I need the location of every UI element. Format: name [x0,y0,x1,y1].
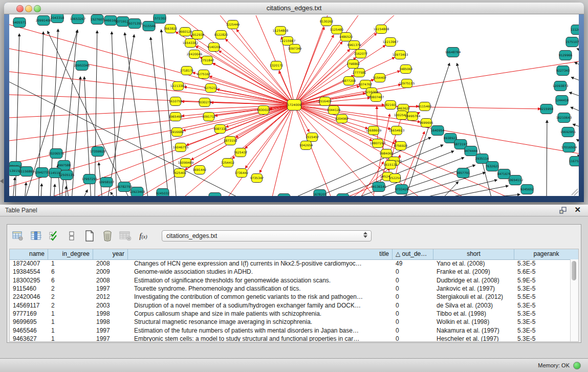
graph-node[interactable]: 10653267 [70,14,86,24]
graph-node[interactable]: 5405571 [13,18,27,28]
graph-node[interactable]: 1916682 [170,128,184,137]
graph-node[interactable]: 9140201 [207,43,221,52]
graph-node[interactable]: 14136141 [371,182,387,192]
table-row[interactable]: 946554611997Estimation of the future num… [10,326,571,334]
graph-edge-black[interactable] [82,190,88,196]
graph-node[interactable]: 2751847 [201,56,214,65]
graph-node[interactable]: 1074767 [359,80,373,89]
graph-edge-red[interactable] [294,49,350,105]
graph-edge-black[interactable] [13,178,15,196]
graph-node[interactable]: 3162077 [354,50,368,58]
graph-edge-red[interactable] [9,105,294,141]
graph-node[interactable]: 1678205 [313,190,327,196]
graph-edge-red[interactable] [213,63,294,105]
graph-node[interactable]: 20991406 [36,16,52,26]
graph-edge-black[interactable] [569,93,579,97]
graph-node[interactable]: 9245032 [156,189,170,196]
graph-node[interactable]: 9245652 [520,185,534,194]
graph-node[interactable]: 1515063 [277,194,291,196]
graph-node[interactable]: 16648784 [445,48,461,57]
graph-edge-black[interactable] [573,124,579,128]
table-row[interactable]: 977716911998Corpus callosum shape and si… [10,310,571,318]
graph-node[interactable]: 1292853 [336,194,350,196]
graph-node[interactable]: 1724009 [288,100,301,111]
graph-edge-black[interactable] [125,33,148,196]
graph-node[interactable]: 7625437 [234,148,248,157]
graph-node[interactable]: 17957255 [82,174,98,184]
graph-node[interactable]: 252254 [389,174,401,183]
table-row[interactable]: 2242004622012Investigating the contribut… [10,293,571,301]
graph-node[interactable]: 7632621 [486,162,499,171]
graph-node[interactable]: 1486520 [339,33,353,41]
table-scrollbar[interactable] [570,259,578,341]
graph-node[interactable]: 12942737 [34,168,50,178]
graph-edge-black[interactable] [575,62,579,67]
create-table-button[interactable] [83,229,96,243]
graph-edge-black[interactable] [107,35,134,196]
graph-edge-black[interactable] [440,182,458,196]
graph-node[interactable]: 10973493 [393,51,408,59]
graph-node[interactable]: 9115460 [418,102,432,111]
graph-node[interactable]: 9474444 [464,146,478,156]
graph-edge-black[interactable] [430,186,508,196]
graph-node[interactable]: 1167534 [569,157,579,166]
graph-node[interactable]: 11254808 [273,27,289,35]
window-titlebar[interactable]: citations_edges.txt [4,3,584,14]
graph-node[interactable]: 1515457 [306,133,319,142]
graph-node[interactable]: 12213967 [383,38,399,47]
graph-node[interactable]: 9154407 [373,74,387,82]
graph-node[interactable]: 6877208 [342,77,356,85]
graph-node[interactable]: 82160 [385,101,396,110]
graph-node[interactable]: 1516407 [318,97,332,106]
table-row[interactable]: 911546021997Tourette syndrome. Phenomeno… [10,285,571,293]
table-settings-button[interactable] [11,229,25,243]
graph-node[interactable]: 6961379 [347,41,361,50]
graph-node[interactable]: 9733426 [395,185,409,194]
graph-node[interactable]: 9660124 [179,28,192,36]
graph-node[interactable]: 9215958 [540,104,554,114]
graph-edge-red[interactable] [271,105,294,196]
graph-node[interactable]: 1225449 [226,20,240,29]
graph-node[interactable]: 2718176 [180,67,194,75]
graph-node[interactable]: 3091712 [202,113,216,121]
graph-edge-black[interactable] [547,120,547,196]
graph-node[interactable]: 12215987 [280,37,296,46]
graph-node[interactable]: 7625402 [173,169,187,178]
graph-node[interactable]: 10958107 [99,178,115,187]
graph-edge-red[interactable] [87,105,294,196]
graph-node[interactable]: 9275212 [204,84,218,93]
graph-node[interactable]: 12923468 [129,187,145,196]
table-scrollbar-thumb[interactable] [572,261,576,280]
graph-node[interactable]: 1610755 [169,97,183,106]
graph-node[interactable]: 1097349 [288,45,302,53]
graph-edge-black[interactable] [54,184,55,196]
float-panel-icon[interactable] [559,207,568,214]
column-header-short[interactable]: short [433,249,514,259]
graph-node[interactable]: 15692951 [560,127,576,137]
import-table-button[interactable] [119,229,132,243]
graph-node[interactable]: 16210643 [556,113,572,123]
graph-node[interactable]: 12093873 [553,81,569,91]
graph-node[interactable]: 7663822 [164,25,178,33]
function-builder-button[interactable]: f(x) [137,229,150,243]
graph-node[interactable]: 3912934 [191,31,205,39]
graph-edge-black[interactable] [571,107,579,113]
graph-node[interactable]: 2043318 [51,14,64,23]
graph-edge-red[interactable] [294,105,333,196]
column-header-in-degree[interactable]: in_degree [48,249,93,259]
graph-node[interactable]: 17359928 [90,147,106,157]
table-row[interactable]: 1456911722003Disruption of a novel membe… [10,301,571,309]
graph-node[interactable]: 8122820 [214,31,228,39]
graph-node[interactable]: 9756928 [394,142,408,150]
rows-button[interactable] [65,229,78,243]
graph-node[interactable]: 9857791 [456,168,470,178]
table-row[interactable]: 946362711997Embryonic stem cells: a mode… [10,335,571,341]
graph-node[interactable]: 1640954 [431,126,445,136]
graph-node[interactable]: 16071355 [127,19,143,29]
table-row[interactable]: 1830029562008Estimation of significance … [10,276,571,285]
graph-node[interactable]: 8130262 [320,17,334,26]
graph-node[interactable]: 2777581 [353,69,366,77]
graph-node[interactable]: 9699695 [420,119,433,127]
graph-node[interactable]: 1527607 [91,15,104,25]
graph-node[interactable]: 16046755 [173,143,189,152]
